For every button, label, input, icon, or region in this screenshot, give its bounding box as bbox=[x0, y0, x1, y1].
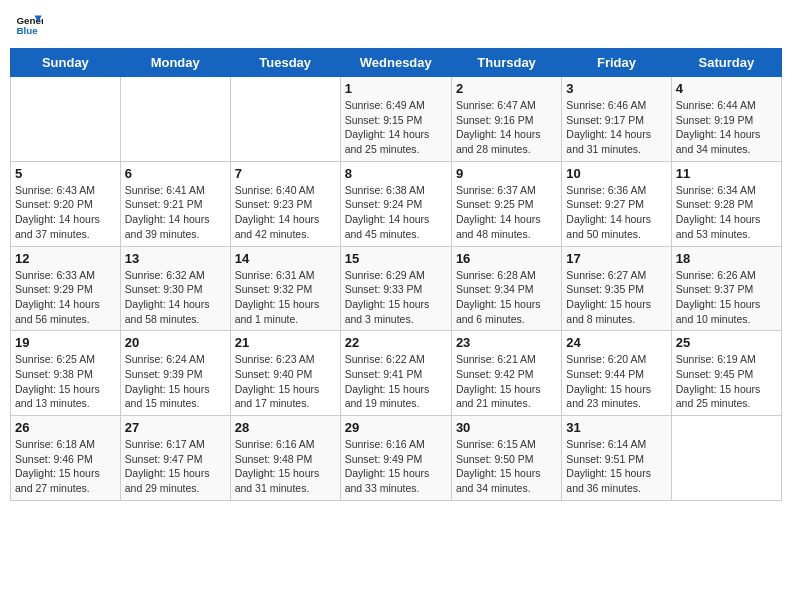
day-info: Sunrise: 6:44 AM Sunset: 9:19 PM Dayligh… bbox=[676, 98, 777, 157]
calendar-cell: 6Sunrise: 6:41 AM Sunset: 9:21 PM Daylig… bbox=[120, 161, 230, 246]
day-info: Sunrise: 6:24 AM Sunset: 9:39 PM Dayligh… bbox=[125, 352, 226, 411]
calendar-cell: 29Sunrise: 6:16 AM Sunset: 9:49 PM Dayli… bbox=[340, 416, 451, 501]
day-info: Sunrise: 6:26 AM Sunset: 9:37 PM Dayligh… bbox=[676, 268, 777, 327]
day-number: 13 bbox=[125, 251, 226, 266]
day-number: 27 bbox=[125, 420, 226, 435]
day-info: Sunrise: 6:31 AM Sunset: 9:32 PM Dayligh… bbox=[235, 268, 336, 327]
day-info: Sunrise: 6:16 AM Sunset: 9:48 PM Dayligh… bbox=[235, 437, 336, 496]
calendar-cell: 17Sunrise: 6:27 AM Sunset: 9:35 PM Dayli… bbox=[562, 246, 671, 331]
calendar-week-1: 1Sunrise: 6:49 AM Sunset: 9:15 PM Daylig… bbox=[11, 77, 782, 162]
calendar-cell: 31Sunrise: 6:14 AM Sunset: 9:51 PM Dayli… bbox=[562, 416, 671, 501]
weekday-header-tuesday: Tuesday bbox=[230, 49, 340, 77]
day-number: 4 bbox=[676, 81, 777, 96]
day-info: Sunrise: 6:22 AM Sunset: 9:41 PM Dayligh… bbox=[345, 352, 447, 411]
calendar-cell: 15Sunrise: 6:29 AM Sunset: 9:33 PM Dayli… bbox=[340, 246, 451, 331]
calendar-cell: 16Sunrise: 6:28 AM Sunset: 9:34 PM Dayli… bbox=[451, 246, 561, 331]
day-number: 15 bbox=[345, 251, 447, 266]
day-number: 31 bbox=[566, 420, 666, 435]
day-info: Sunrise: 6:20 AM Sunset: 9:44 PM Dayligh… bbox=[566, 352, 666, 411]
calendar-cell bbox=[230, 77, 340, 162]
weekday-header-saturday: Saturday bbox=[671, 49, 781, 77]
day-number: 12 bbox=[15, 251, 116, 266]
svg-text:Blue: Blue bbox=[16, 25, 38, 36]
day-number: 5 bbox=[15, 166, 116, 181]
day-number: 22 bbox=[345, 335, 447, 350]
weekday-header-friday: Friday bbox=[562, 49, 671, 77]
day-info: Sunrise: 6:29 AM Sunset: 9:33 PM Dayligh… bbox=[345, 268, 447, 327]
day-info: Sunrise: 6:25 AM Sunset: 9:38 PM Dayligh… bbox=[15, 352, 116, 411]
day-info: Sunrise: 6:37 AM Sunset: 9:25 PM Dayligh… bbox=[456, 183, 557, 242]
day-number: 10 bbox=[566, 166, 666, 181]
calendar-table: SundayMondayTuesdayWednesdayThursdayFrid… bbox=[10, 48, 782, 501]
weekday-header-sunday: Sunday bbox=[11, 49, 121, 77]
day-number: 1 bbox=[345, 81, 447, 96]
day-info: Sunrise: 6:17 AM Sunset: 9:47 PM Dayligh… bbox=[125, 437, 226, 496]
logo: General Blue bbox=[15, 10, 46, 38]
calendar-week-3: 12Sunrise: 6:33 AM Sunset: 9:29 PM Dayli… bbox=[11, 246, 782, 331]
day-info: Sunrise: 6:46 AM Sunset: 9:17 PM Dayligh… bbox=[566, 98, 666, 157]
day-number: 7 bbox=[235, 166, 336, 181]
weekday-header-thursday: Thursday bbox=[451, 49, 561, 77]
day-info: Sunrise: 6:36 AM Sunset: 9:27 PM Dayligh… bbox=[566, 183, 666, 242]
day-number: 24 bbox=[566, 335, 666, 350]
day-info: Sunrise: 6:27 AM Sunset: 9:35 PM Dayligh… bbox=[566, 268, 666, 327]
calendar-week-4: 19Sunrise: 6:25 AM Sunset: 9:38 PM Dayli… bbox=[11, 331, 782, 416]
day-info: Sunrise: 6:18 AM Sunset: 9:46 PM Dayligh… bbox=[15, 437, 116, 496]
weekday-header-row: SundayMondayTuesdayWednesdayThursdayFrid… bbox=[11, 49, 782, 77]
day-number: 16 bbox=[456, 251, 557, 266]
day-info: Sunrise: 6:33 AM Sunset: 9:29 PM Dayligh… bbox=[15, 268, 116, 327]
calendar-cell: 1Sunrise: 6:49 AM Sunset: 9:15 PM Daylig… bbox=[340, 77, 451, 162]
calendar-cell: 22Sunrise: 6:22 AM Sunset: 9:41 PM Dayli… bbox=[340, 331, 451, 416]
day-info: Sunrise: 6:14 AM Sunset: 9:51 PM Dayligh… bbox=[566, 437, 666, 496]
weekday-header-wednesday: Wednesday bbox=[340, 49, 451, 77]
day-info: Sunrise: 6:16 AM Sunset: 9:49 PM Dayligh… bbox=[345, 437, 447, 496]
weekday-header-monday: Monday bbox=[120, 49, 230, 77]
day-info: Sunrise: 6:40 AM Sunset: 9:23 PM Dayligh… bbox=[235, 183, 336, 242]
calendar-cell: 11Sunrise: 6:34 AM Sunset: 9:28 PM Dayli… bbox=[671, 161, 781, 246]
day-info: Sunrise: 6:15 AM Sunset: 9:50 PM Dayligh… bbox=[456, 437, 557, 496]
day-number: 28 bbox=[235, 420, 336, 435]
calendar-cell: 7Sunrise: 6:40 AM Sunset: 9:23 PM Daylig… bbox=[230, 161, 340, 246]
day-info: Sunrise: 6:43 AM Sunset: 9:20 PM Dayligh… bbox=[15, 183, 116, 242]
calendar-cell: 10Sunrise: 6:36 AM Sunset: 9:27 PM Dayli… bbox=[562, 161, 671, 246]
calendar-cell: 12Sunrise: 6:33 AM Sunset: 9:29 PM Dayli… bbox=[11, 246, 121, 331]
day-number: 30 bbox=[456, 420, 557, 435]
day-number: 3 bbox=[566, 81, 666, 96]
calendar-week-5: 26Sunrise: 6:18 AM Sunset: 9:46 PM Dayli… bbox=[11, 416, 782, 501]
calendar-header: SundayMondayTuesdayWednesdayThursdayFrid… bbox=[11, 49, 782, 77]
calendar-cell: 5Sunrise: 6:43 AM Sunset: 9:20 PM Daylig… bbox=[11, 161, 121, 246]
day-number: 8 bbox=[345, 166, 447, 181]
calendar-cell: 24Sunrise: 6:20 AM Sunset: 9:44 PM Dayli… bbox=[562, 331, 671, 416]
calendar-cell: 30Sunrise: 6:15 AM Sunset: 9:50 PM Dayli… bbox=[451, 416, 561, 501]
calendar-cell bbox=[671, 416, 781, 501]
calendar-cell: 21Sunrise: 6:23 AM Sunset: 9:40 PM Dayli… bbox=[230, 331, 340, 416]
calendar-body: 1Sunrise: 6:49 AM Sunset: 9:15 PM Daylig… bbox=[11, 77, 782, 501]
day-info: Sunrise: 6:23 AM Sunset: 9:40 PM Dayligh… bbox=[235, 352, 336, 411]
calendar-cell: 2Sunrise: 6:47 AM Sunset: 9:16 PM Daylig… bbox=[451, 77, 561, 162]
day-number: 14 bbox=[235, 251, 336, 266]
calendar-week-2: 5Sunrise: 6:43 AM Sunset: 9:20 PM Daylig… bbox=[11, 161, 782, 246]
day-number: 6 bbox=[125, 166, 226, 181]
day-number: 26 bbox=[15, 420, 116, 435]
day-number: 9 bbox=[456, 166, 557, 181]
calendar-cell: 23Sunrise: 6:21 AM Sunset: 9:42 PM Dayli… bbox=[451, 331, 561, 416]
calendar-cell: 25Sunrise: 6:19 AM Sunset: 9:45 PM Dayli… bbox=[671, 331, 781, 416]
calendar-cell bbox=[120, 77, 230, 162]
day-number: 17 bbox=[566, 251, 666, 266]
calendar-cell: 19Sunrise: 6:25 AM Sunset: 9:38 PM Dayli… bbox=[11, 331, 121, 416]
day-number: 19 bbox=[15, 335, 116, 350]
day-info: Sunrise: 6:47 AM Sunset: 9:16 PM Dayligh… bbox=[456, 98, 557, 157]
calendar-cell: 13Sunrise: 6:32 AM Sunset: 9:30 PM Dayli… bbox=[120, 246, 230, 331]
day-info: Sunrise: 6:49 AM Sunset: 9:15 PM Dayligh… bbox=[345, 98, 447, 157]
calendar-cell: 26Sunrise: 6:18 AM Sunset: 9:46 PM Dayli… bbox=[11, 416, 121, 501]
calendar-cell: 27Sunrise: 6:17 AM Sunset: 9:47 PM Dayli… bbox=[120, 416, 230, 501]
page-header: General Blue bbox=[10, 10, 782, 38]
calendar-cell: 9Sunrise: 6:37 AM Sunset: 9:25 PM Daylig… bbox=[451, 161, 561, 246]
calendar-cell bbox=[11, 77, 121, 162]
calendar-cell: 28Sunrise: 6:16 AM Sunset: 9:48 PM Dayli… bbox=[230, 416, 340, 501]
day-number: 2 bbox=[456, 81, 557, 96]
day-info: Sunrise: 6:32 AM Sunset: 9:30 PM Dayligh… bbox=[125, 268, 226, 327]
day-info: Sunrise: 6:19 AM Sunset: 9:45 PM Dayligh… bbox=[676, 352, 777, 411]
day-info: Sunrise: 6:21 AM Sunset: 9:42 PM Dayligh… bbox=[456, 352, 557, 411]
day-number: 18 bbox=[676, 251, 777, 266]
